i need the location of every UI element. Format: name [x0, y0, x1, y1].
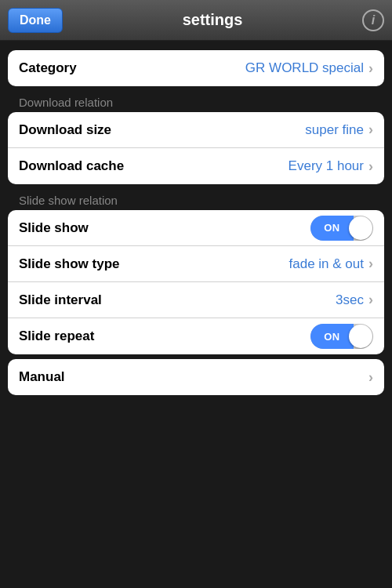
category-group: Category GR WORLD special › [8, 50, 384, 86]
toggle-thumb [349, 216, 372, 240]
manual-chevron-wrapper: › [368, 369, 373, 386]
download-section-heading: Download relation [8, 91, 384, 112]
manual-group: Manual › [8, 359, 384, 395]
download-size-label: Download size [19, 122, 111, 138]
slide-show-type-chevron: › [368, 256, 373, 272]
slide-show-type-label: Slide show type [19, 256, 119, 272]
download-group: Download size super fine › Download cach… [8, 112, 384, 184]
slide-repeat-toggle-label: ON [310, 324, 354, 349]
category-row[interactable]: Category GR WORLD special › [8, 50, 384, 86]
slide-interval-row[interactable]: Slide interval 3sec › [8, 282, 384, 318]
category-chevron: › [368, 60, 373, 77]
slide-repeat-toggle[interactable]: ON [310, 324, 373, 349]
slide-repeat-label: Slide repeat [19, 328, 94, 344]
manual-label: Manual [19, 369, 65, 385]
settings-content: Category GR WORLD special › Download rel… [0, 41, 392, 409]
slideshow-group: Slide show ON Slide show type fade in & … [8, 210, 384, 354]
slide-repeat-row[interactable]: Slide repeat ON [8, 318, 384, 354]
slide-repeat-toggle-thumb [349, 325, 372, 348]
download-cache-value: Every 1 hour › [289, 158, 373, 175]
manual-chevron: › [368, 369, 373, 386]
slide-show-toggle[interactable]: ON [310, 216, 373, 241]
slide-show-label: Slide show [19, 220, 89, 236]
info-button[interactable]: i [362, 9, 384, 31]
slide-interval-value: 3sec › [336, 292, 373, 308]
slide-show-row[interactable]: Slide show ON [8, 210, 384, 246]
toggle-on-label: ON [310, 216, 354, 241]
slide-interval-chevron: › [368, 292, 373, 308]
category-label: Category [19, 60, 77, 76]
download-size-row[interactable]: Download size super fine › [8, 112, 384, 148]
manual-row[interactable]: Manual › [8, 359, 384, 395]
slide-show-type-row[interactable]: Slide show type fade in & out › [8, 246, 384, 282]
download-cache-label: Download cache [19, 158, 124, 174]
download-size-chevron: › [368, 122, 373, 138]
slideshow-section-heading: Slide show relation [8, 189, 384, 210]
download-cache-row[interactable]: Download cache Every 1 hour › [8, 148, 384, 184]
slide-show-type-value: fade in & out › [289, 256, 373, 272]
nav-bar: Done settings i [0, 0, 392, 41]
done-button[interactable]: Done [8, 8, 63, 33]
download-size-value: super fine › [305, 122, 373, 138]
download-cache-chevron: › [368, 158, 373, 175]
page-title: settings [63, 11, 362, 29]
slide-interval-label: Slide interval [19, 292, 102, 308]
category-value: GR WORLD special › [245, 60, 373, 77]
